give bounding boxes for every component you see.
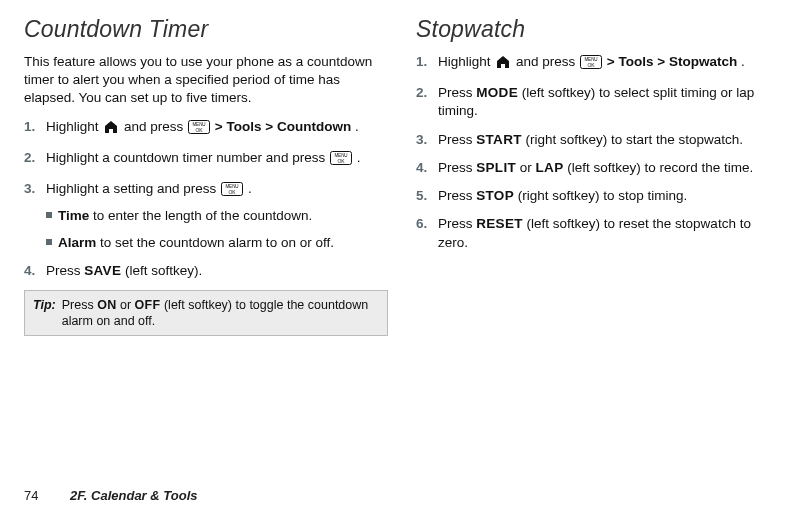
text: Highlight a countdown timer number and p… (46, 150, 329, 165)
stopwatch-column: Stopwatch Highlight and press MENUOK > T… (416, 16, 780, 336)
svg-text:OK: OK (195, 126, 203, 132)
label-time: Time (58, 208, 89, 223)
home-icon (495, 55, 511, 74)
text: . (248, 181, 252, 196)
text: (right softkey) to stop timing. (518, 188, 688, 203)
text: Press (46, 263, 84, 278)
label-save: SAVE (84, 263, 121, 278)
text: > (657, 54, 669, 69)
text: Press (438, 132, 476, 147)
text: Press (62, 298, 97, 312)
text: or (120, 298, 135, 312)
tip-box: Tip: Press ON or OFF (left softkey) to t… (24, 290, 388, 337)
menu-ok-icon: MENUOK (330, 151, 352, 170)
tip-label: Tip: (33, 297, 56, 330)
text: Highlight a setting and press (46, 181, 220, 196)
text: Press (438, 188, 476, 203)
sub-alarm: Alarm to set the countdown alarm to on o… (46, 234, 388, 252)
page-number: 74 (24, 488, 38, 503)
text: Highlight (46, 119, 102, 134)
label-stopwatch: Stopwatch (669, 54, 737, 69)
section-name: 2F. Calendar & Tools (70, 488, 197, 503)
page-footer: 74 2F. Calendar & Tools (24, 488, 197, 503)
label-on: ON (97, 298, 116, 312)
text: (left softkey) to record the time. (567, 160, 753, 175)
svg-text:OK: OK (337, 157, 345, 163)
label-mode: MODE (476, 85, 518, 100)
menu-ok-icon: MENUOK (188, 120, 210, 139)
label-reset: RESET (476, 216, 523, 231)
text: or (520, 160, 536, 175)
stopwatch-step-1: Highlight and press MENUOK > Tools > Sto… (416, 53, 780, 74)
label-start: START (476, 132, 522, 147)
countdown-intro: This feature allows you to use your phon… (24, 53, 388, 108)
text: to enter the length of the countdown. (93, 208, 312, 223)
countdown-step-2: Highlight a countdown timer number and p… (24, 149, 388, 170)
text: (left softkey). (125, 263, 202, 278)
countdown-step-1: Highlight and press MENUOK > Tools > Cou… (24, 118, 388, 139)
stopwatch-step-5: Press STOP (right softkey) to stop timin… (416, 187, 780, 205)
text: . (741, 54, 745, 69)
stopwatch-title: Stopwatch (416, 16, 780, 43)
text: Highlight (438, 54, 494, 69)
countdown-step-3-subitems: Time to enter the length of the countdow… (46, 207, 388, 251)
svg-text:OK: OK (228, 189, 236, 195)
label-tools: Tools (227, 119, 262, 134)
label-alarm: Alarm (58, 235, 96, 250)
text: Press (438, 85, 476, 100)
text: and press (516, 54, 579, 69)
text: > (215, 119, 227, 134)
text: . (355, 119, 359, 134)
label-off: OFF (135, 298, 161, 312)
countdown-timer-column: Countdown Timer This feature allows you … (24, 16, 388, 336)
countdown-step-3: Highlight a setting and press MENUOK . T… (24, 180, 388, 252)
svg-text:OK: OK (587, 62, 595, 68)
menu-ok-icon: MENUOK (580, 55, 602, 74)
menu-ok-icon: MENUOK (221, 182, 243, 201)
text: to set the countdown alarm to on or off. (100, 235, 334, 250)
countdown-steps: Highlight and press MENUOK > Tools > Cou… (24, 118, 388, 280)
sub-time: Time to enter the length of the countdow… (46, 207, 388, 225)
text: and press (124, 119, 187, 134)
stopwatch-step-6: Press RESET (left softkey) to reset the … (416, 215, 780, 251)
text: > (265, 119, 277, 134)
countdown-step-4: Press SAVE (left softkey). (24, 262, 388, 280)
text: . (357, 150, 361, 165)
stopwatch-step-4: Press SPLIT or LAP (left softkey) to rec… (416, 159, 780, 177)
countdown-title: Countdown Timer (24, 16, 388, 43)
text: Press (438, 160, 476, 175)
text: Press (438, 216, 476, 231)
text: > (607, 54, 619, 69)
label-lap: LAP (536, 160, 564, 175)
stopwatch-step-2: Press MODE (left softkey) to select spli… (416, 84, 780, 120)
label-tools: Tools (619, 54, 654, 69)
home-icon (103, 120, 119, 139)
tip-text: Press ON or OFF (left softkey) to toggle… (62, 297, 379, 330)
text: (right softkey) to start the stopwatch. (526, 132, 744, 147)
label-split: SPLIT (476, 160, 516, 175)
label-countdown: Countdown (277, 119, 351, 134)
stopwatch-step-3: Press START (right softkey) to start the… (416, 131, 780, 149)
label-stop: STOP (476, 188, 514, 203)
stopwatch-steps: Highlight and press MENUOK > Tools > Sto… (416, 53, 780, 252)
